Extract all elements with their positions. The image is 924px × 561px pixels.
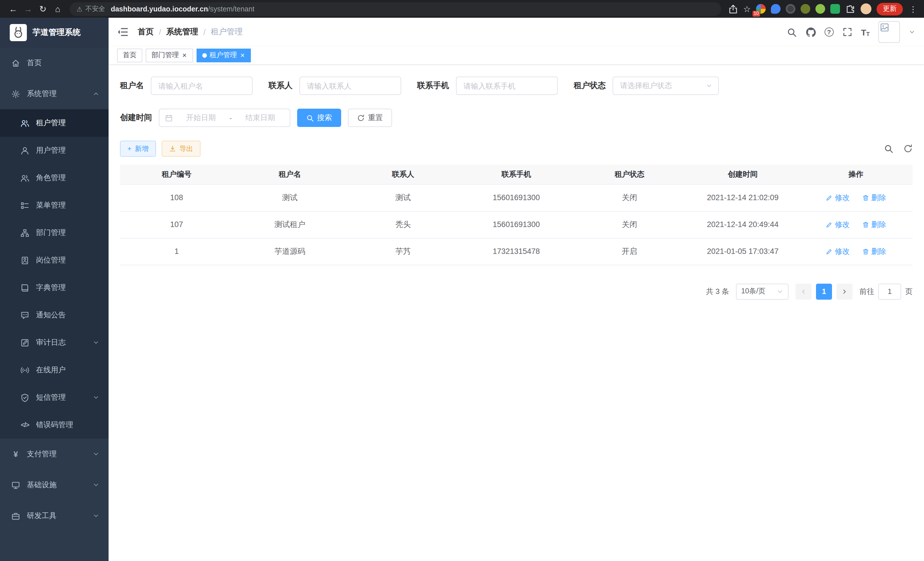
filter-row-1: 租户名 联系人 联系手机 租户状态 请选择租户状态 — [120, 77, 913, 95]
phone-input[interactable] — [456, 77, 558, 95]
sidebar-item-online-users[interactable]: 在线用户 — [0, 356, 109, 384]
sidebar-item-sms[interactable]: 短信管理 — [0, 384, 109, 411]
prev-page-button[interactable] — [795, 283, 812, 299]
edit-link[interactable]: 修改 — [826, 246, 850, 256]
cell-tenant-name: 测试 — [233, 184, 346, 211]
goto-page: 前往 页 — [860, 283, 913, 299]
delete-link[interactable]: 删除 — [862, 219, 886, 230]
browser-menu-icon[interactable]: ⋮ — [908, 4, 918, 14]
browser-home-button[interactable]: ⌂ — [50, 2, 65, 16]
extension-icon-1[interactable]: 10 — [756, 4, 766, 14]
sidebar-item-menus[interactable]: 菜单管理 — [0, 192, 109, 219]
search-button[interactable]: 搜索 — [297, 109, 341, 127]
user-icon — [21, 146, 29, 155]
toggle-search-icon[interactable] — [884, 144, 893, 153]
sidebar-item-payment[interactable]: ¥ 支付管理 — [0, 439, 109, 469]
delete-link-label: 删除 — [872, 193, 886, 203]
sidebar-item-system[interactable]: 系统管理 — [0, 78, 109, 109]
site-security-indicator[interactable]: ⚠ 不安全 — [76, 5, 105, 13]
breadcrumb-current: 租户管理 — [211, 27, 243, 37]
sidebar-item-notice[interactable]: 通知公告 — [0, 301, 109, 329]
extension-icon-5[interactable] — [815, 4, 825, 14]
github-icon[interactable] — [806, 27, 816, 37]
col-status: 租户状态 — [573, 165, 686, 184]
sidebar-item-infrastructure[interactable]: 基础设施 — [0, 469, 109, 500]
total-count-label: 共 3 条 — [706, 286, 729, 296]
fullscreen-icon[interactable] — [842, 27, 852, 37]
extension-icon-3[interactable] — [786, 4, 795, 14]
breadcrumb: 首页 / 系统管理 / 租户管理 — [138, 27, 243, 37]
table-row: 108 测试 测试 15601691300 关闭 2021-12-14 21:0… — [120, 184, 913, 211]
date-range-picker[interactable]: 开始日期 - 结束日期 — [159, 109, 290, 127]
sidebar-item-departments[interactable]: 部门管理 — [0, 219, 109, 247]
sidebar-item-users[interactable]: 用户管理 — [0, 137, 109, 164]
tab-home[interactable]: 首页 — [117, 48, 142, 62]
tenant-table: 租户编号 租户名 联系人 联系手机 租户状态 创建时间 操作 108 测试 — [120, 165, 913, 265]
sidebar-item-label: 审计日志 — [36, 337, 66, 348]
sidebar-item-audit-log[interactable]: 审计日志 — [0, 329, 109, 356]
browser-forward-button[interactable]: → — [21, 2, 35, 16]
create-time-label: 创建时间 — [120, 113, 152, 123]
status-select[interactable]: 请选择租户状态 — [613, 77, 719, 95]
header-search-icon[interactable] — [787, 27, 797, 37]
tenant-name-input[interactable] — [151, 77, 253, 95]
next-page-button[interactable] — [837, 283, 853, 299]
share-icon[interactable] — [728, 4, 738, 14]
cell-tenant-name: 芋道源码 — [233, 238, 346, 265]
url-path: /system/tenant — [208, 5, 255, 13]
export-button[interactable]: 导出 — [162, 141, 201, 157]
contact-input[interactable] — [299, 77, 401, 95]
refresh-table-icon[interactable] — [903, 144, 913, 153]
yen-icon: ¥ — [11, 450, 20, 458]
page-size-select[interactable]: 10条/页 — [736, 283, 789, 299]
font-size-icon[interactable]: TT — [861, 27, 870, 37]
sidebar-item-tenant[interactable]: 租户管理 — [0, 109, 109, 137]
bookmark-star-icon[interactable]: ☆ — [743, 4, 751, 14]
search-button-label: 搜索 — [317, 113, 332, 123]
delete-link[interactable]: 删除 — [862, 193, 886, 203]
extension-icon-4[interactable] — [801, 4, 810, 14]
cell-phone: 15601691300 — [460, 184, 573, 211]
address-bar[interactable]: ⚠ 不安全 dashboard.yudao.iocoder.cn/system/… — [70, 2, 721, 16]
close-icon[interactable]: × — [182, 51, 187, 59]
browser-back-button[interactable]: ← — [6, 2, 21, 16]
tab-tenant[interactable]: 租户管理 × — [196, 48, 251, 62]
close-icon[interactable]: × — [240, 51, 245, 59]
edit-link[interactable]: 修改 — [826, 219, 850, 230]
browser-update-button[interactable]: 更新 — [877, 3, 903, 15]
avatar-caret-icon[interactable] — [909, 29, 915, 35]
breadcrumb-system[interactable]: 系统管理 — [166, 27, 198, 37]
sidebar-item-error-codes[interactable]: </> 错误码管理 — [0, 411, 109, 439]
sidebar-collapse-icon[interactable] — [117, 26, 129, 38]
sidebar-logo[interactable]: 芋道管理系统 — [0, 18, 109, 47]
sidebar-item-roles[interactable]: 角色管理 — [0, 164, 109, 192]
browser-reload-button[interactable]: ↻ — [35, 2, 50, 16]
download-icon — [169, 145, 176, 152]
sidebar-item-dictionary[interactable]: 字典管理 — [0, 274, 109, 301]
reset-button[interactable]: 重置 — [348, 109, 392, 127]
tags-view-bar: 首页 部门管理 × 租户管理 × — [109, 46, 924, 64]
extension-icon-2[interactable] — [771, 4, 781, 14]
table-header-row: 租户编号 租户名 联系人 联系手机 租户状态 创建时间 操作 — [120, 165, 913, 184]
page-number-button[interactable]: 1 — [816, 283, 832, 299]
sidebar-item-posts[interactable]: 岗位管理 — [0, 247, 109, 274]
chevron-down-icon — [93, 451, 99, 457]
extensions-puzzle-icon[interactable] — [845, 4, 855, 14]
delete-link[interactable]: 删除 — [862, 246, 886, 256]
edit-link[interactable]: 修改 — [826, 193, 850, 203]
tab-departments[interactable]: 部门管理 × — [146, 48, 193, 62]
table-row: 107 测试租户 秃头 15601691300 关闭 2021-12-14 20… — [120, 211, 913, 238]
url-text[interactable]: dashboard.yudao.iocoder.cn/system/tenant — [111, 5, 255, 13]
sidebar-item-home[interactable]: 首页 — [0, 47, 109, 78]
sidebar-item-devtools[interactable]: 研发工具 — [0, 500, 109, 531]
col-tenant-id: 租户编号 — [120, 165, 233, 184]
browser-profile-avatar[interactable] — [861, 3, 872, 14]
help-icon[interactable]: ? — [824, 27, 833, 37]
extension-icon-6[interactable] — [830, 4, 840, 14]
sidebar-item-label: 角色管理 — [36, 173, 66, 183]
breadcrumb-home[interactable]: 首页 — [138, 27, 154, 37]
sms-shield-icon — [21, 393, 29, 402]
goto-page-input[interactable] — [878, 283, 901, 299]
user-avatar[interactable] — [878, 21, 900, 43]
add-button[interactable]: + 新增 — [120, 141, 156, 157]
